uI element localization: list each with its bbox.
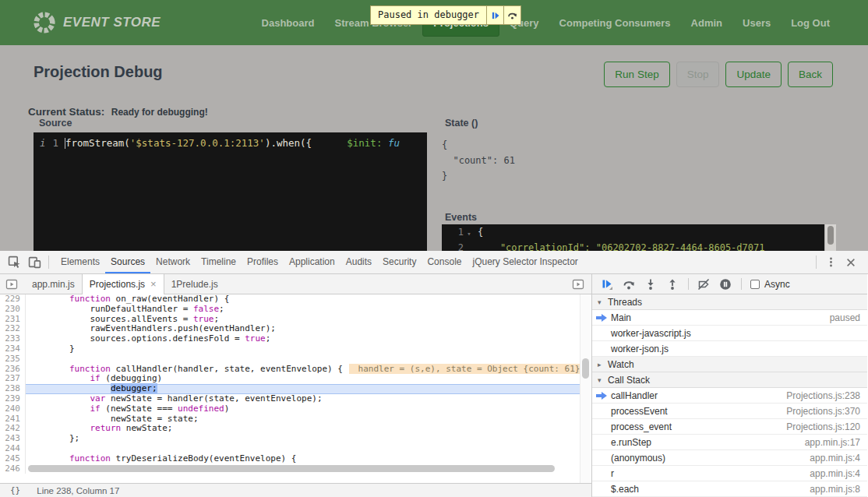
code-line-245[interactable]: 245 function tryDeserializeBody(eventEnv… xyxy=(0,454,591,464)
thread-row-main[interactable]: Mainpaused xyxy=(592,310,867,326)
event-store-page: EVENT STORE DashboardStream BrowserProje… xyxy=(0,0,868,251)
devtools-tab-timeline[interactable]: Timeline xyxy=(196,251,242,273)
banner-step-over-button[interactable] xyxy=(504,5,521,25)
resume-icon[interactable] xyxy=(601,278,613,291)
events-line-number[interactable]: 2 xyxy=(442,241,464,251)
nav-item-competing-consumers[interactable]: Competing Consumers xyxy=(549,10,681,36)
step-into-icon[interactable] xyxy=(644,278,657,291)
code-line-242[interactable]: 242 return newState; xyxy=(0,424,591,434)
call-stack-frame-each[interactable]: $.eachapp.min.js:8 xyxy=(592,481,867,497)
devtools-tab-console[interactable]: Console xyxy=(422,251,467,273)
stop-button[interactable]: Stop xyxy=(676,62,720,87)
toggle-device-toolbar-icon[interactable] xyxy=(26,255,42,270)
close-devtools-icon[interactable] xyxy=(843,255,859,270)
inspect-element-icon[interactable] xyxy=(6,255,22,270)
section-header-watch[interactable]: ▸Watch xyxy=(592,357,867,372)
call-stack-frame-e-runstep[interactable]: e.runStepapp.min.js:17 xyxy=(592,435,867,450)
call-stack-frame-r[interactable]: rapp.min.js:4 xyxy=(592,466,867,481)
source-panel-label: Source xyxy=(39,118,72,129)
call-stack-frame-anonymous[interactable]: (anonymous)app.min.js:4 xyxy=(592,450,867,466)
call-stack-frame-process-event[interactable]: process_eventProjections.js:120 xyxy=(592,419,867,435)
events-editor[interactable]: 1▾{2 "correlationId": "06202702-8827-446… xyxy=(442,224,824,251)
kebab-menu-icon[interactable] xyxy=(823,255,838,270)
file-tab-projections-js[interactable]: Projections.js× xyxy=(82,274,164,294)
events-scrollbar-thumb[interactable] xyxy=(827,226,834,245)
line-number-gutter[interactable]: 230 xyxy=(0,305,26,315)
frame-function: processEvent xyxy=(611,406,668,417)
nav-item-dashboard[interactable]: Dashboard xyxy=(252,10,325,36)
events-line-number[interactable]: 1 xyxy=(442,226,464,240)
line-number-gutter[interactable]: 240 xyxy=(0,404,26,414)
file-tab-1prelude-js[interactable]: 1Prelude.js xyxy=(164,274,225,294)
section-header-threads[interactable]: ▾Threads xyxy=(592,294,867,310)
line-number-gutter[interactable]: 246 xyxy=(0,464,26,474)
update-button[interactable]: Update xyxy=(725,62,782,87)
nav-item-users[interactable]: Users xyxy=(732,10,781,36)
thread-row-worker-javascript-js[interactable]: worker-javascript.js xyxy=(592,326,867,341)
step-over-icon[interactable] xyxy=(623,278,635,291)
devtools-tab-network[interactable]: Network xyxy=(150,251,196,273)
code-editor[interactable]: 229 function on_raw(eventHandler) {230 r… xyxy=(0,294,591,483)
editor-pane-icon[interactable] xyxy=(572,278,584,291)
events-panel-label: Events xyxy=(445,212,477,223)
event-store-logo[interactable]: EVENT STORE xyxy=(33,11,161,34)
devtools-tabbar: ElementsSourcesNetworkTimelineProfilesAp… xyxy=(0,251,868,274)
pause-on-exceptions-icon[interactable] xyxy=(719,278,732,291)
devtools-tabbar-right xyxy=(814,255,863,270)
code-line-234[interactable]: 234 } xyxy=(0,344,591,354)
horizontal-scrollbar-thumb[interactable] xyxy=(28,465,555,472)
source-editor[interactable]: i 1 fromStream('$stats-127.0.0.1:2113').… xyxy=(34,132,427,251)
nav-item-log-out[interactable]: Log Out xyxy=(781,10,840,36)
back-button[interactable]: Back xyxy=(788,62,833,87)
line-number-gutter[interactable]: 234 xyxy=(0,344,26,354)
fold-arrow-icon[interactable]: ▾ xyxy=(464,226,475,240)
run-step-button[interactable]: Run Step xyxy=(604,62,669,87)
frame-location: app.min.js:4 xyxy=(810,453,860,464)
status-label: Current Status: xyxy=(28,106,104,118)
deactivate-breakpoints-icon[interactable] xyxy=(697,278,710,291)
editor-statusbar: {} Line 238, Column 17 xyxy=(0,483,591,497)
line-number-gutter[interactable]: 229 xyxy=(0,294,26,305)
frame-function: r xyxy=(611,468,614,479)
debugger-toolbar: Async xyxy=(592,274,867,294)
devtools-tab-audits[interactable]: Audits xyxy=(340,251,377,273)
frame-function: $.each xyxy=(611,484,639,495)
vertical-scrollbar-thumb[interactable] xyxy=(582,358,589,379)
line-number-gutter[interactable]: 235 xyxy=(0,354,26,365)
code-line-content: function tryDeserializeBody(eventEnvelop… xyxy=(26,454,591,464)
code-lines: 229 function on_raw(eventHandler) {230 r… xyxy=(0,294,591,474)
line-number-gutter[interactable]: 245 xyxy=(0,454,26,464)
execution-pointer-icon xyxy=(596,313,607,323)
banner-resume-button[interactable] xyxy=(487,5,504,25)
devtools-tab-application[interactable]: Application xyxy=(284,251,340,273)
devtools-tab-sources[interactable]: Sources xyxy=(105,251,150,273)
thread-label: Main xyxy=(611,312,631,323)
devtools-tab-profiles[interactable]: Profiles xyxy=(242,251,284,273)
async-label: Async xyxy=(764,279,790,290)
line-number-gutter[interactable]: 239 xyxy=(0,394,26,404)
thread-row-worker-json-js[interactable]: worker-json.js xyxy=(592,341,867,357)
call-stack-frame-processevent[interactable]: processEventProjections.js:370 xyxy=(592,404,867,419)
section-header-call-stack[interactable]: ▾Call Stack xyxy=(592,372,867,388)
line-number-gutter[interactable]: 244 xyxy=(0,444,26,454)
events-code: "correlationId": "06202702-8827-4464-860… xyxy=(475,241,764,251)
call-stack-frame-callhandler[interactable]: callHandlerProjections.js:238 xyxy=(592,388,867,404)
devtools-tab-jquery-selector-inspector[interactable]: jQuery Selector Inspector xyxy=(467,251,583,273)
code-line-233[interactable]: 233 sources.options.definesFold = true; xyxy=(0,334,591,344)
file-tab-app-min-js[interactable]: app.min.js xyxy=(25,274,82,294)
show-navigator-icon[interactable] xyxy=(5,278,18,291)
events-scrollbar[interactable] xyxy=(825,224,836,251)
nav-item-admin[interactable]: Admin xyxy=(681,10,732,36)
code-line-243[interactable]: 243 }; xyxy=(0,434,591,444)
vertical-scrollbar[interactable] xyxy=(580,294,591,483)
frame-function: (anonymous) xyxy=(611,453,665,464)
cursor-position: Line 238, Column 17 xyxy=(37,486,119,495)
devtools-tab-elements[interactable]: Elements xyxy=(55,251,105,273)
devtools-tab-security[interactable]: Security xyxy=(377,251,422,273)
pretty-print-icon[interactable]: {} xyxy=(10,485,20,495)
inline-value-annotation: handler = (s,e), state = Object {count: … xyxy=(349,364,591,374)
source-gutter[interactable]: i 1 xyxy=(34,137,65,149)
async-checkbox[interactable] xyxy=(750,280,760,289)
close-tab-icon[interactable]: × xyxy=(150,280,157,288)
step-out-icon[interactable] xyxy=(666,278,679,291)
